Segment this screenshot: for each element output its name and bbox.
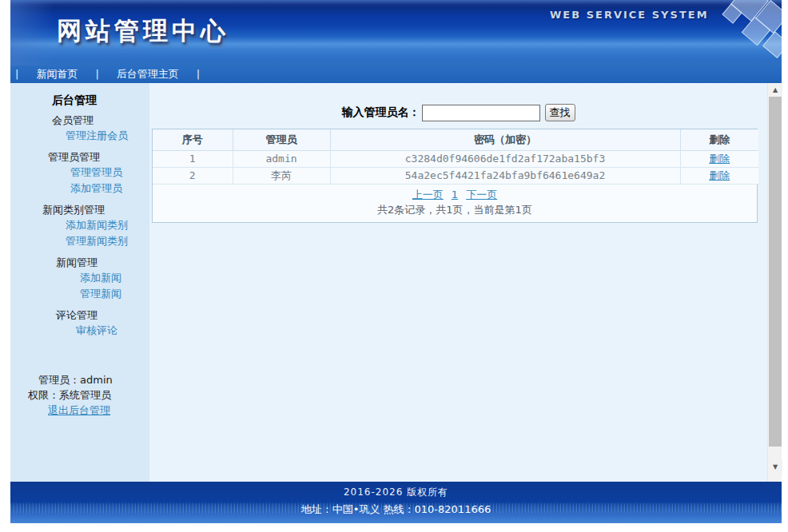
scroll-up-icon[interactable]: ▲ xyxy=(768,83,782,97)
top-nav: | 新闻首页 | 后台管理主页 | xyxy=(10,66,782,83)
admin-search-bar: 输入管理员名：查找 xyxy=(149,104,767,123)
keyboard-decoration-icon xyxy=(690,0,782,58)
header-banner: 网站管理中心 WEB SERVICE SYSTEM xyxy=(10,0,782,66)
record-count-summary: 共2条记录，共1页，当前是第1页 xyxy=(153,202,757,217)
col-header-index: 序号 xyxy=(153,129,233,150)
sidebar-item-manage-news-types[interactable]: 管理新闻类别 xyxy=(10,233,149,249)
sidebar-item-add-news[interactable]: 添加新闻 xyxy=(10,270,149,286)
pagination: 上一页1下一页 xyxy=(153,185,757,202)
sidebar-category-news: 新闻管理 xyxy=(10,255,149,270)
header-glow xyxy=(10,0,54,66)
nav-separator: | xyxy=(95,66,98,83)
copyright-line: 2016-2026 版权所有 xyxy=(10,486,782,499)
logout-link[interactable]: 退出后台管理 xyxy=(10,403,149,419)
sidebar-title: 后台管理 xyxy=(10,83,149,107)
search-button[interactable]: 查找 xyxy=(545,104,575,121)
sidebar-item-manage-admins[interactable]: 管理管理员 xyxy=(10,165,149,181)
sidebar-item-add-admin[interactable]: 添加管理员 xyxy=(10,181,149,197)
cell-admin-name: admin xyxy=(233,150,330,167)
header-tagline: WEB SERVICE SYSTEM xyxy=(550,9,709,21)
col-header-admin: 管理员 xyxy=(233,129,330,150)
cell-password-hash: c3284d0f94606de1fd2af172aba15bf3 xyxy=(330,150,680,167)
nav-item-news-home[interactable]: 新闻首页 xyxy=(36,66,78,83)
sidebar-item-manage-registered-members[interactable]: 管理注册会员 xyxy=(10,128,149,144)
table-row: 2 李芮 54a2ec5f4421fa24bfa9bf6461e649a2 删除 xyxy=(153,167,758,184)
page-container: 网站管理中心 WEB SERVICE SYSTEM | 新闻首页 | 后台管理主… xyxy=(10,0,782,523)
delete-row-link[interactable]: 删除 xyxy=(709,169,730,181)
next-page-link[interactable]: 下一页 xyxy=(466,189,497,200)
sidebar-category-news-types: 新闻类别管理 xyxy=(10,202,149,217)
admins-table-panel: 序号 管理员 密码（加密） 删除 1 admin c3284d0f94606de… xyxy=(152,129,758,223)
address-hotline-line: 地址：中国•巩义 热线：010-82011666 xyxy=(10,502,782,517)
cell-admin-name: 李芮 xyxy=(233,167,330,184)
admin-name-input[interactable] xyxy=(422,105,540,121)
sidebar-category-comments: 评论管理 xyxy=(10,308,149,323)
col-header-delete: 删除 xyxy=(680,129,758,150)
sidebar-item-manage-news[interactable]: 管理新闻 xyxy=(10,286,149,302)
scrollbar-thumb[interactable] xyxy=(769,97,782,447)
site-logo-title: 网站管理中心 xyxy=(57,14,229,48)
cell-index: 1 xyxy=(153,150,233,167)
footer: 2016-2026 版权所有 地址：中国•巩义 热线：010-82011666 xyxy=(10,482,782,523)
vertical-scrollbar[interactable]: ▲ ▼ xyxy=(767,83,782,482)
scroll-down-icon[interactable]: ▼ xyxy=(768,460,782,474)
table-header-row: 序号 管理员 密码（加密） 删除 xyxy=(153,129,758,150)
nav-item-admin-home[interactable]: 后台管理主页 xyxy=(117,66,179,83)
nav-separator: | xyxy=(15,66,18,83)
sidebar-category-members: 会员管理 xyxy=(10,113,149,128)
nav-separator: | xyxy=(197,66,200,83)
sidebar-item-review-comments[interactable]: 审核评论 xyxy=(10,323,149,339)
cell-index: 2 xyxy=(153,167,233,184)
table-row: 1 admin c3284d0f94606de1fd2af172aba15bf3… xyxy=(153,150,758,167)
current-admin-label: 管理员：admin xyxy=(10,372,149,387)
admins-table: 序号 管理员 密码（加密） 删除 1 admin c3284d0f94606de… xyxy=(153,129,758,185)
page-number-link[interactable]: 1 xyxy=(452,189,458,200)
cell-password-hash: 54a2ec5f4421fa24bfa9bf6461e649a2 xyxy=(330,167,680,184)
sidebar-item-add-news-type[interactable]: 添加新闻类别 xyxy=(10,217,149,233)
search-label: 输入管理员名： xyxy=(342,105,420,118)
col-header-password: 密码（加密） xyxy=(330,129,680,150)
sidebar-category-admins: 管理员管理 xyxy=(10,149,149,165)
current-role-label: 权限：系统管理员 xyxy=(10,387,149,403)
prev-page-link[interactable]: 上一页 xyxy=(412,189,444,200)
main-content: 输入管理员名：查找 序号 管理员 密码（加密） 删除 1 admin xyxy=(149,83,767,482)
delete-row-link[interactable]: 删除 xyxy=(709,153,730,165)
sidebar: 后台管理 会员管理 管理注册会员 管理员管理 管理管理员 添加管理员 新闻类别管… xyxy=(10,83,149,482)
